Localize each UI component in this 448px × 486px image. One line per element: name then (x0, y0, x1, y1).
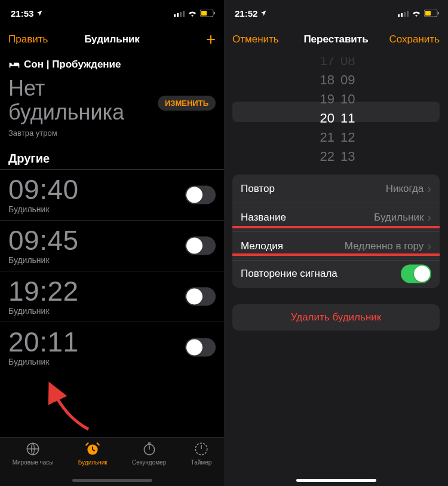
no-alarm-text: Нет будильника (8, 77, 158, 124)
row-value: Будильник (374, 212, 424, 224)
alarm-toggle[interactable] (185, 338, 216, 357)
alarm-time: 09:45 (8, 227, 216, 254)
svg-rect-2 (180, 12, 182, 17)
alarm-row[interactable]: 09:45 Будильник (0, 220, 224, 271)
alarm-toggle[interactable] (185, 186, 216, 204)
svg-rect-6 (214, 12, 215, 14)
alarm-label: Будильник (8, 357, 216, 366)
alarm-time: 09:40 (8, 176, 216, 203)
home-indicator[interactable] (72, 479, 152, 482)
tab-timer[interactable]: Таймер (191, 441, 212, 486)
svg-rect-13 (398, 14, 400, 17)
alarm-label: Будильник (8, 204, 216, 214)
tomorrow-label: Завтра утром (0, 126, 224, 146)
tab-bar: Мировые часы Будильник Секундомер Таймер (0, 437, 224, 486)
stopwatch-icon (142, 441, 157, 457)
alarm-row[interactable]: 19:22 Будильник (0, 271, 224, 322)
chevron-right-icon: › (427, 182, 431, 195)
navbar: Отменить Переставить Сохранить (224, 26, 448, 53)
alarm-toggle[interactable] (185, 288, 216, 306)
timer-icon (194, 441, 209, 457)
tab-world-clock[interactable]: Мировые часы (13, 441, 54, 486)
time-picker[interactable]: 17 18 19 20 21 22 23 08 09 10 11 12 13 1… (224, 57, 448, 165)
svg-rect-18 (425, 11, 431, 16)
battery-icon (200, 10, 216, 17)
row-label: Название (241, 212, 286, 224)
change-sleep-button[interactable]: ИЗМЕНИТЬ (158, 96, 216, 111)
row-label: Повтор (241, 183, 275, 195)
globe-icon (25, 441, 41, 457)
row-label: Повторение сигнала (241, 268, 337, 280)
svg-rect-14 (401, 13, 403, 17)
battery-icon (424, 10, 440, 17)
location-icon (260, 10, 267, 17)
snooze-toggle[interactable] (401, 265, 431, 283)
svg-rect-5 (201, 11, 207, 16)
statusbar-time: 21:52 (235, 8, 257, 19)
add-alarm-button[interactable]: + (206, 31, 216, 48)
alarm-time: 19:22 (8, 277, 216, 305)
alarm-row[interactable]: 20:11 Будильник (0, 322, 224, 372)
alarm-label: Будильник (8, 306, 216, 316)
svg-rect-11 (148, 442, 150, 444)
delete-group: Удалить будильник (232, 304, 440, 331)
page-title: Будильник (84, 33, 140, 45)
snooze-row: Повторение сигнала (232, 261, 440, 288)
cellular-signal-icon (398, 10, 409, 17)
statusbar-time: 21:53 (11, 8, 33, 19)
alarm-clock-icon (85, 441, 100, 457)
alarm-row[interactable]: 09:40 Будильник (0, 169, 224, 220)
cellular-signal-icon (174, 10, 185, 17)
svg-rect-16 (407, 11, 409, 17)
tab-label: Таймер (191, 459, 212, 466)
alarm-label: Будильник (8, 255, 216, 265)
navbar: Править Будильник + (0, 26, 224, 53)
edit-button[interactable]: Править (8, 33, 48, 45)
row-value: Медленно в гору (345, 240, 424, 252)
svg-rect-0 (174, 14, 176, 17)
sound-row[interactable]: Мелодия Медленно в гору › (232, 232, 440, 261)
statusbar-right: 21:52 (224, 0, 448, 26)
cancel-button[interactable]: Отменить (232, 33, 279, 45)
alarm-list-screen: 21:53 Править Будильник + Сон | Пробужде… (0, 0, 224, 486)
bed-icon (8, 60, 20, 69)
alarm-settings-group: Повтор Никогда › Название Будильник › Ме… (232, 175, 440, 288)
name-row[interactable]: Название Будильник › (232, 203, 440, 232)
arrow-annotation (42, 381, 96, 435)
chevron-right-icon: › (427, 239, 431, 253)
minute-wheel[interactable]: 08 09 10 11 12 13 14 (340, 57, 382, 165)
wifi-icon (188, 10, 197, 17)
svg-rect-1 (177, 13, 179, 17)
svg-rect-19 (438, 12, 439, 14)
delete-alarm-button[interactable]: Удалить будильник (232, 304, 440, 331)
sleep-section-header: Сон | Пробуждение (0, 53, 224, 74)
sleep-alarm-row: Нет будильника ИЗМЕНИТЬ (0, 74, 224, 126)
alarm-edit-screen: 21:52 Отменить Переставить Сохранить 17 (224, 0, 448, 486)
page-title: Переставить (303, 33, 368, 45)
tab-label: Мировые часы (13, 459, 54, 466)
tab-label: Секундомер (132, 459, 166, 466)
statusbar-left: 21:53 (0, 0, 224, 26)
alarm-time: 20:11 (8, 328, 216, 356)
others-section-title: Другие (0, 146, 224, 169)
hour-wheel[interactable]: 17 18 19 20 21 22 23 (293, 57, 335, 165)
sleep-section-title: Сон | Пробуждение (24, 59, 121, 71)
chevron-right-icon: › (427, 210, 431, 224)
svg-rect-15 (404, 12, 406, 17)
row-value: Никогда (386, 183, 424, 195)
svg-rect-3 (183, 11, 185, 17)
location-icon (36, 10, 43, 17)
row-label: Мелодия (241, 240, 283, 252)
save-button[interactable]: Сохранить (389, 33, 440, 45)
tab-label: Будильник (78, 459, 108, 466)
wifi-icon (412, 10, 421, 17)
repeat-row[interactable]: Повтор Никогда › (232, 175, 440, 203)
alarm-toggle[interactable] (185, 237, 216, 255)
home-indicator[interactable] (296, 479, 376, 482)
